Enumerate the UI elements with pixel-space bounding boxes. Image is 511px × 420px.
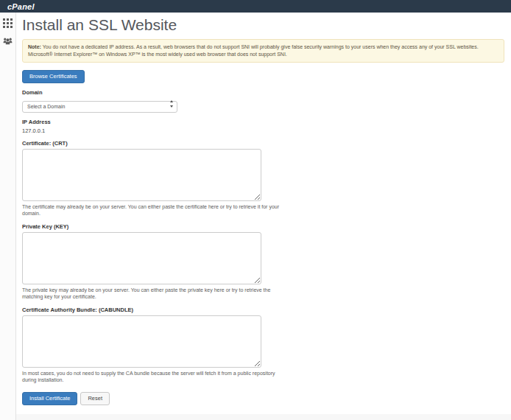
reset-button[interactable]: Reset — [80, 392, 110, 406]
install-certificate-button[interactable]: Install Certificate — [22, 392, 77, 406]
user-groups-icon[interactable] — [3, 36, 13, 46]
private-key-textarea[interactable] — [22, 232, 261, 284]
private-key-help-text: The private key may already be on your s… — [22, 287, 287, 301]
certificate-textarea[interactable] — [22, 149, 261, 201]
browse-certificates-button[interactable]: Browse Certificates — [22, 70, 85, 84]
ip-address-label: IP Address — [22, 119, 504, 125]
footer-band — [16, 414, 511, 420]
private-key-label: Private Key (KEY) — [22, 223, 504, 230]
main-content: Install an SSL Website Note: You do not … — [16, 13, 511, 420]
sni-warning-notice: Note: You do not have a dedicated IP add… — [22, 39, 504, 63]
cabundle-textarea[interactable] — [22, 315, 261, 368]
app-header: cPanel — [0, 0, 511, 13]
notice-label: Note: — [28, 44, 41, 49]
ip-address-value: 127.0.0.1 — [22, 127, 504, 134]
sidebar — [0, 13, 16, 420]
page-shell: Install an SSL Website Note: You do not … — [0, 13, 511, 420]
cabundle-label: Certificate Authority Bundle: (CABUNDLE) — [22, 307, 504, 313]
domain-select[interactable]: Select a Domain — [22, 101, 177, 113]
certificate-help-text: The certificate may already be on your s… — [22, 203, 287, 217]
certificate-label: Certificate: (CRT) — [22, 140, 504, 147]
cabundle-help-text: In most cases, you do not need to supply… — [22, 370, 287, 384]
cpanel-logo: cPanel — [7, 2, 35, 11]
domain-label: Domain — [22, 89, 504, 96]
apps-grid-icon[interactable] — [3, 18, 13, 28]
page-title: Install an SSL Website — [22, 15, 504, 34]
notice-text: You do not have a dedicated IP address. … — [28, 44, 479, 57]
